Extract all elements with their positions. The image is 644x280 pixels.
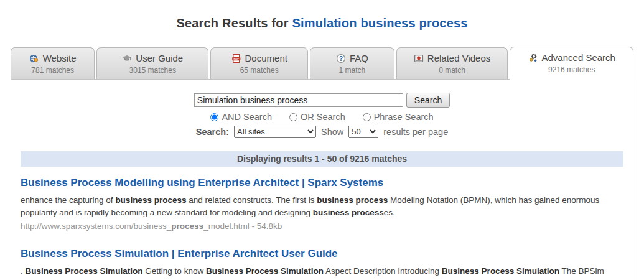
tab-match-count: 3015 matches [97,66,208,75]
search-mode-radio[interactable] [289,113,297,121]
search-mode-radios: AND Search OR Search Phrase Search [21,112,623,122]
search-mode-radio[interactable] [210,113,218,121]
search-result: Business Process Modelling using Enterpr… [21,176,623,232]
search-mode-label: Phrase Search [374,112,434,122]
pdf-icon: PDF [231,54,241,63]
result-snippet: . Business Process Simulation Getting to… [21,265,623,280]
results-summary-bar: Displaying results 1 - 50 of 9216 matche… [21,151,623,167]
search-mode-option[interactable]: OR Search [289,112,345,122]
question-icon: ? [336,54,346,63]
tab-label: Advanced Search [542,52,615,63]
per-page-select[interactable]: 50 [348,126,378,138]
search-mode-radio[interactable] [363,113,371,121]
search-mode-option[interactable]: AND Search [210,112,272,122]
tab-match-count: 1 match [310,66,393,75]
svg-text:?: ? [339,55,343,62]
tab-match-count: 9216 matches [510,65,633,74]
site-select[interactable]: All sites [234,126,316,138]
tab-label: FAQ [350,53,368,63]
tab-label: Document [245,53,287,63]
search-result: Business Process Simulation | Enterprise… [21,247,623,280]
tab-match-count: 65 matches [211,66,307,75]
result-url: http://www.sparxsystems.com/business_pro… [21,221,623,232]
tab-bar: Website 781 matches User Guide 3015 matc… [11,47,633,79]
site-select-label: Search: [196,127,229,137]
result-title-link[interactable]: Business Process Modelling using Enterpr… [21,176,623,190]
tab-label: Website [43,53,77,63]
video-icon [414,54,424,63]
result-title-link[interactable]: Business Process Simulation | Enterprise… [21,247,623,261]
search-mode-option[interactable]: Phrase Search [363,112,434,122]
page-title-query: Simulation business process [292,16,467,30]
per-page-suffix: results per page [383,127,448,137]
svg-text:PDF: PDF [233,57,239,60]
graduation-cap-icon [122,54,132,63]
tab-label: User Guide [136,53,183,63]
search-form-row: Search [21,93,623,108]
results-list: Business Process Modelling using Enterpr… [21,176,623,280]
search-input[interactable] [194,93,403,107]
tab-content-panel: Search AND Search OR Search Phrase Searc… [11,79,633,280]
show-label: Show [321,127,343,137]
tab-match-count: 781 matches [11,66,94,75]
page-title-prefix: Search Results for [176,16,292,30]
tab-document[interactable]: PDF Document 65 matches [210,47,308,79]
tab-advanced-search[interactable]: Advanced Search 9216 matches [510,47,633,80]
page-title: Search Results for Simulation business p… [0,8,644,30]
tab-label: Related Videos [427,53,490,63]
result-snippet: enhance the capturing of business proces… [21,194,623,219]
gears-search-icon [528,53,538,63]
tab-related-videos[interactable]: Related Videos 0 match [396,47,508,79]
search-button[interactable]: Search [406,93,450,108]
tab-faq[interactable]: ? FAQ 1 match [310,47,394,79]
search-mode-label: AND Search [222,112,272,122]
search-mode-label: OR Search [301,112,345,122]
tab-match-count: 0 match [397,66,508,75]
tab-website[interactable]: Website 781 matches [11,47,95,79]
search-options-row: Search: All sites Show 50 results per pa… [21,126,623,138]
tab-user-guide[interactable]: User Guide 3015 matches [96,47,208,79]
globe-search-icon [29,54,39,63]
